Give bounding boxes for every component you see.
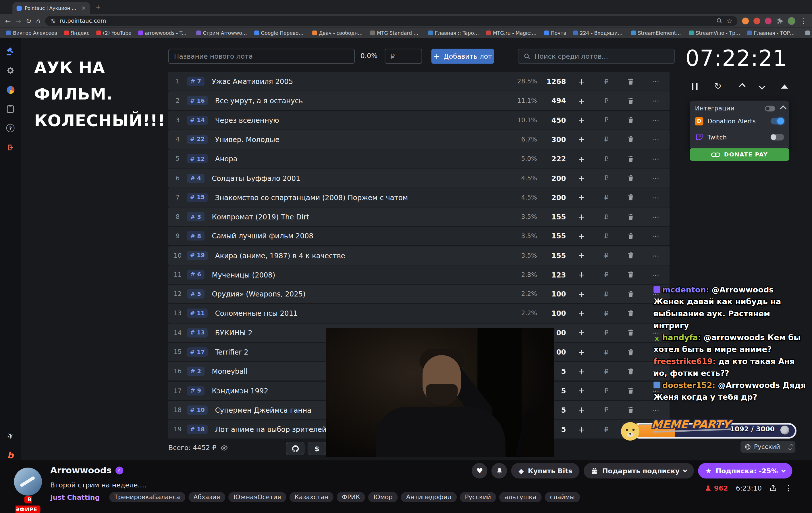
lot-row[interactable]: 7 # 15 Знакомство со спартанцами (2008) … [168,188,670,207]
bookmark-star-icon[interactable]: ☆ [726,17,732,24]
integrations-master-toggle[interactable] [765,106,775,111]
lot-currency-button[interactable]: ₽ [597,252,616,260]
lot-currency-button[interactable]: ₽ [597,406,616,414]
lot-more-button[interactable]: ⋯ [646,97,666,105]
lot-delete-button[interactable] [616,117,646,124]
lot-currency-button[interactable]: ₽ [597,348,616,356]
zoom-icon[interactable] [716,18,723,24]
lot-add-amount-button[interactable]: + [566,173,597,183]
browser-menu-icon[interactable]: ⋮ [800,17,807,24]
lot-more-button[interactable]: ⋯ [646,193,666,201]
lot-title[interactable]: Соломенные псы 2011 [215,309,504,318]
lot-delete-button[interactable] [616,387,646,394]
bookmark-item[interactable]: MTG.ru - Magic: the... [486,30,538,36]
hide-total-eye-icon[interactable] [221,444,228,451]
more-options-button[interactable]: ⋮ [784,483,792,492]
bookmark-item[interactable]: arrowwoods - Twitch [138,30,189,36]
pause-icon[interactable] [692,83,698,90]
extension-icon[interactable] [765,17,772,24]
lot-currency-button[interactable]: ₽ [597,309,616,317]
lot-delete-button[interactable] [616,213,646,220]
subscribe-button[interactable]: ★ Подписка: -25% [698,463,792,479]
lot-row[interactable]: 1 # 7 Ужас Амативиля 2005 28.5% 1268 + ₽… [168,72,670,91]
stream-tag[interactable]: ТренировкаБаланса [109,492,185,502]
site-info-icon[interactable] [50,18,56,24]
lot-add-amount-button[interactable]: + [566,347,597,357]
url-input[interactable] [59,17,713,24]
bookmark-item[interactable]: MTG Standard Daily... [370,30,422,36]
lot-add-amount-button[interactable]: + [566,231,597,241]
lot-percent-input[interactable]: 0.0% [360,52,378,59]
share-button[interactable] [770,484,777,491]
lot-add-amount-button[interactable]: + [566,366,597,376]
bookmark-item[interactable]: Почта [544,30,566,36]
lot-currency-button[interactable]: ₽ [597,78,616,85]
lot-row[interactable]: 11 # 6 Мученицы (2008) 2.8% 123 + ₽ ⋯ [168,265,670,284]
lot-delete-button[interactable] [616,329,646,336]
bookmark-item[interactable]: StreamVi.io - Транс... [689,30,740,36]
lot-more-button[interactable]: ⋯ [646,213,666,221]
lot-more-button[interactable]: ⋯ [646,135,666,143]
lot-delete-button[interactable] [616,271,646,278]
tab-close-icon[interactable]: × [81,5,86,11]
auction-icon[interactable] [5,46,16,56]
lot-row[interactable]: 12 # 5 Орудия» (Weapons, 2025) 2.2% 100 … [168,285,670,303]
github-button[interactable] [286,442,304,455]
lot-row[interactable]: 6 # 4 Солдаты Буффало 2001 4.5% 200 + ₽ … [168,169,670,188]
bookmark-item[interactable]: StreamElements - S... [631,30,682,36]
lot-delete-button[interactable] [616,98,646,104]
bookmark-item[interactable]: Виктор Алексеев [6,30,57,36]
chat-username[interactable]: mcdenton: [662,285,709,294]
add-time-icon[interactable] [739,83,745,90]
statistics-pie-icon[interactable] [5,84,16,95]
lot-add-amount-button[interactable]: + [566,289,597,299]
lot-title[interactable]: Мученицы (2008) [212,271,504,279]
lot-currency-button[interactable]: ₽ [597,174,616,182]
lot-add-amount-button[interactable]: + [566,77,597,86]
notifications-bell-button[interactable] [491,463,507,479]
gift-sub-button[interactable]: Подарить подписку [584,463,694,479]
lot-more-button[interactable]: ⋯ [646,155,666,163]
donate-dollar-button[interactable]: $ [308,442,326,455]
lot-delete-button[interactable] [616,291,646,297]
language-selector[interactable]: Русский [741,441,795,453]
lot-title[interactable]: Орудия» (Weapons, 2025) [212,290,504,298]
logout-icon[interactable] [5,142,16,153]
lot-currency-button[interactable]: ₽ [597,271,616,279]
lot-delete-button[interactable] [616,175,646,182]
lot-currency-button[interactable]: ₽ [597,155,616,163]
address-bar[interactable]: ☆ [45,16,737,26]
lot-delete-button[interactable] [616,78,646,85]
twitch-toggle[interactable] [771,134,784,140]
lot-currency-button[interactable]: ₽ [597,116,616,124]
lot-row[interactable]: 9 # 8 Самый лучший фильм 2008 3.5% 155 +… [168,226,670,245]
lot-delete-button[interactable] [616,349,646,355]
lot-row[interactable]: 4 # 22 Универ. Молодые 6.7% 300 + ₽ ⋯ [168,130,670,148]
bookmark-item[interactable]: Яндекс [64,30,90,36]
lot-title[interactable]: Самый лучший фильм 2008 [212,232,504,240]
lot-more-button[interactable]: ⋯ [646,271,666,279]
channel-name[interactable]: Arrowwoods [50,465,112,475]
lot-more-button[interactable]: ⋯ [646,251,666,260]
lot-add-amount-button[interactable]: + [566,386,597,396]
buy-bits-button[interactable]: ◆ Купить Bits [511,463,580,479]
lot-add-amount-button[interactable]: + [566,192,597,202]
stream-tag[interactable]: ФРИК [337,492,365,502]
lot-delete-button[interactable] [616,194,646,201]
stream-tag[interactable]: Русский [460,492,496,502]
boosty-icon[interactable]: b [5,450,16,460]
home-icon[interactable]: ⌂ [36,17,40,24]
extension-icon[interactable] [753,17,760,24]
bookmark-item[interactable]: Двач - свободное... [312,30,364,36]
stream-tag[interactable]: слаймы [545,492,580,502]
reload-icon[interactable]: ↻ [26,17,32,24]
lot-add-amount-button[interactable]: + [566,308,597,318]
lot-currency-button[interactable]: ₽ [597,193,616,201]
lot-add-amount-button[interactable]: + [566,212,597,222]
lot-more-button[interactable]: ⋯ [646,77,666,86]
lot-delete-button[interactable] [616,252,646,259]
stream-tag[interactable]: Казахстан [289,492,334,502]
eject-icon[interactable] [781,84,788,88]
chat-username[interactable]: dooster152: [662,380,715,389]
lot-delete-button[interactable] [616,233,646,239]
